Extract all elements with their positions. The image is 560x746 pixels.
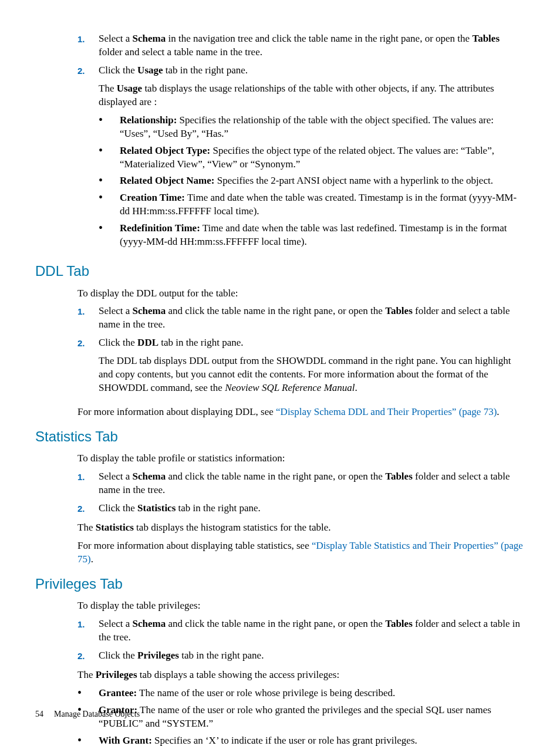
step-body: Click the Privileges tab in the right pa… (99, 649, 525, 663)
paragraph: The Privileges tab displays a table show… (77, 669, 525, 682)
text: tab displays a table showing the access … (137, 669, 340, 680)
text: and click the table name in the right pa… (166, 471, 385, 482)
text-bold: Schema (133, 471, 166, 482)
text: Specifies the 2-part ANSI object name wi… (214, 175, 492, 186)
text-bold: Tables (385, 305, 413, 316)
text-bold: Privileges (96, 669, 137, 680)
text: . (355, 382, 357, 393)
text: The (77, 669, 96, 680)
step-body: Click the Usage tab in the right pane. T… (99, 64, 525, 254)
bullet-icon: • (99, 222, 120, 249)
text: Click the (99, 502, 137, 514)
text-bold: Usage (137, 65, 163, 76)
text-bold: Schema (133, 33, 166, 44)
list-item: With Grant: Specifies an ‘X’ to indicate… (99, 734, 525, 746)
heading-ddl-tab: DDL Tab (35, 262, 525, 281)
text-bold: Privileges (137, 650, 179, 661)
text: The name of the user or role who granted… (99, 704, 491, 729)
paragraph: The Statistics tab displays the histogra… (77, 521, 525, 535)
step-body: Select a Schema in the navigation tree a… (99, 32, 525, 59)
text: The (77, 522, 96, 533)
page-footer: 54Manage Database Objects (35, 709, 140, 720)
text: tab in the right pane. (176, 502, 260, 514)
text: Select a (99, 471, 133, 482)
text: tab displays the histogram statistics fo… (134, 522, 331, 533)
usage-steps: 1. Select a Schema in the navigation tre… (77, 32, 525, 254)
text-bold: Schema (133, 618, 166, 629)
privileges-steps: 1. Select a Schema and click the table n… (77, 617, 525, 663)
paragraph: To display the table profile or statisti… (77, 452, 525, 465)
step-number: 2. (77, 649, 99, 663)
text-bold: Schema (133, 305, 166, 316)
list-item: Grantee: The name of the user or role wh… (99, 687, 525, 700)
chapter-title: Manage Database Objects (54, 710, 140, 718)
list-item: Creation Time: Time and date when the ta… (120, 191, 525, 218)
step-body: Select a Schema and click the table name… (99, 470, 525, 497)
paragraph: To display the table privileges: (77, 599, 525, 613)
bullet-icon: • (99, 144, 120, 171)
paragraph: For more information about displaying ta… (77, 539, 525, 566)
text-bold: With Grant: (99, 735, 152, 746)
privileges-attributes-list: •Grantee: The name of the user or role w… (77, 687, 525, 746)
list-item: Related Object Name: Specifies the 2-par… (120, 174, 525, 188)
step-body: Click the DDL tab in the right pane. The… (99, 336, 525, 400)
text: in the navigation tree and click the tab… (166, 33, 472, 44)
bullet-icon: • (99, 191, 120, 218)
text-bold: Usage (117, 83, 142, 94)
text-bold: Grantee: (99, 687, 137, 698)
text: . (91, 553, 93, 565)
list-item: Grantor: The name of the user or role wh… (99, 704, 525, 731)
text: Click the (99, 650, 137, 661)
text-bold: Redefinition Time: (120, 222, 200, 234)
bullet-icon: • (77, 734, 99, 746)
step-number: 1. (77, 305, 99, 332)
text: Select a (99, 33, 133, 44)
bullet-icon: • (99, 114, 120, 141)
paragraph: For more information about displaying DD… (77, 406, 525, 419)
text-bold: Statistics (137, 502, 176, 514)
bullet-icon: • (77, 687, 99, 700)
text-bold: Related Object Type: (120, 145, 210, 156)
text: tab in the right pane. (158, 337, 243, 348)
bullet-icon: • (99, 174, 120, 188)
usage-attributes-list: •Relationship: Specifies the relationshi… (99, 114, 525, 249)
step-body: Select a Schema and click the table name… (99, 617, 525, 644)
step-number: 2. (77, 64, 99, 254)
text: tab in the right pane. (179, 650, 264, 661)
heading-privileges-tab: Privileges Tab (35, 575, 525, 593)
text: For more information about displaying ta… (77, 540, 312, 551)
text: Select a (99, 618, 133, 629)
step-number: 2. (77, 336, 99, 400)
text: Specifies an ‘X’ to indicate if the user… (152, 735, 417, 746)
text-citation: Neoview SQL Reference Manual (225, 382, 355, 393)
text: The name of the user or role whose privi… (137, 687, 395, 698)
text: folder and select a table name in the tr… (99, 46, 262, 58)
text-bold: Tables (472, 33, 500, 44)
text: Click the (99, 65, 137, 76)
heading-statistics-tab: Statistics Tab (35, 427, 525, 446)
list-item: Related Object Type: Specifies the objec… (120, 144, 525, 171)
text-bold: Tables (385, 618, 413, 629)
text: Select a (99, 305, 133, 316)
ddl-steps: 1. Select a Schema and click the table n… (77, 305, 525, 400)
step-number: 2. (77, 502, 99, 515)
text: . (497, 406, 499, 417)
text: Click the (99, 337, 137, 348)
text: and click the table name in the right pa… (166, 305, 385, 316)
text: tab displays the usage relationships of … (99, 83, 494, 107)
text-bold: DDL (137, 337, 158, 348)
text: For more information about displaying DD… (77, 406, 276, 417)
step-body: Select a Schema and click the table name… (99, 305, 525, 332)
page-number: 54 (35, 710, 43, 718)
list-item: Relationship: Specifies the relationship… (120, 114, 525, 141)
text-bold: Statistics (96, 522, 134, 533)
paragraph: To display the DDL output for the table: (77, 287, 525, 301)
step-number: 1. (77, 470, 99, 497)
text-bold: Tables (385, 471, 413, 482)
list-item: Redefinition Time: Time and date when th… (120, 222, 525, 249)
step-number: 1. (77, 32, 99, 59)
text: tab in the right pane. (163, 65, 248, 76)
text: and click the table name in the right pa… (166, 618, 385, 629)
text: The (99, 83, 117, 94)
cross-reference-link[interactable]: “Display Schema DDL and Their Properties… (276, 406, 497, 417)
